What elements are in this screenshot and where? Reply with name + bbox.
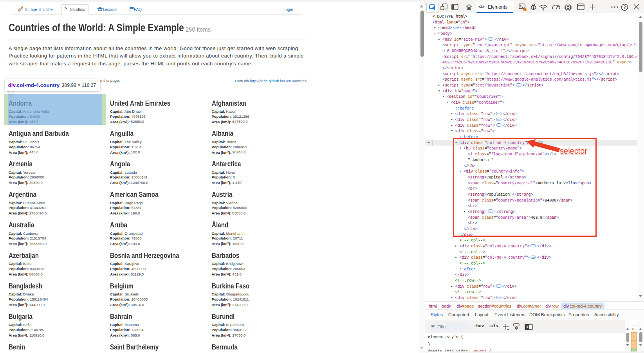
svg-text:?: ? [623,5,626,9]
